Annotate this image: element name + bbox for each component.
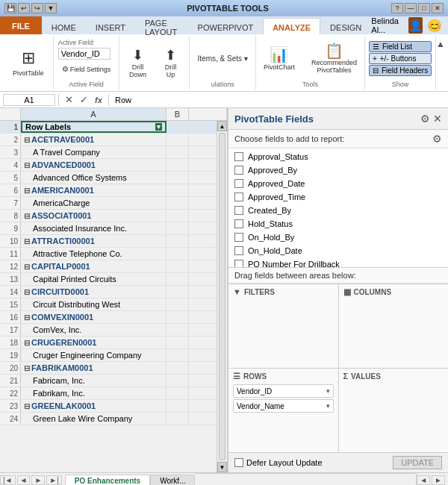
redo-button[interactable]: ↪ [31,3,43,13]
help-button[interactable]: ? [391,3,403,13]
chip-dropdown-icon[interactable]: ▾ [326,387,330,395]
rows-area[interactable]: ☰ ROWS Vendor_ID ▾ Vendor_Name ▾ [228,369,338,452]
defer-layout-update[interactable]: Defer Layout Update [234,458,323,467]
list-item[interactable]: Approved_Time [228,190,448,204]
table-row[interactable]: 5 Advanced Office Systems [0,172,217,184]
filter-dropdown-icon[interactable]: ▾ [155,123,162,131]
table-row[interactable]: 6 ⊟AMERICAN0001 [0,184,217,197]
table-row[interactable]: 14 ⊟CIRCUITD0001 [0,286,217,298]
tab-page-layout[interactable]: PAGE LAYOUT [135,18,188,34]
values-area[interactable]: Σ VALUES [339,369,449,452]
list-item[interactable]: PO Number For Drillback [228,257,448,268]
table-row[interactable]: 11 Attractive Telephone Co. [0,248,217,260]
table-row[interactable]: 21 Fabricam, Inc. [0,375,217,387]
table-row[interactable]: 23 ⊟GREENLAK0001 [0,400,217,413]
table-row[interactable]: 9 Associated Insurance Inc. [0,222,217,235]
rows-chip-vendor-id[interactable]: Vendor_ID ▾ [233,384,334,398]
col-header-b[interactable]: B [167,108,189,120]
scroll-up-button[interactable]: ▲ [217,121,227,131]
sheet-nav-first[interactable]: |◄ [0,475,16,485]
expand-icon[interactable]: ⊟ [24,136,30,144]
list-item[interactable]: Approved_By [228,163,448,177]
items-sets-button[interactable]: Items, & Sets ▾ [194,52,252,65]
list-item[interactable]: On_Hold_Date [228,244,448,257]
table-row[interactable]: 3 A Travel Company [0,146,217,159]
expand-icon[interactable]: ⊟ [24,402,30,410]
table-row[interactable]: 1 Row Labels ▾ [0,121,217,134]
tab-file[interactable]: FILE [0,16,42,34]
list-item[interactable]: On_Hold_By [228,231,448,244]
sheet-tab-po-enhancements[interactable]: PO Enhancements [65,475,150,486]
table-row[interactable]: 12 ⊟CAPITALP0001 [0,260,217,273]
vertical-scrollbar[interactable]: ▲ ▼ [217,121,227,472]
field-checkbox[interactable] [234,219,243,228]
tab-insert[interactable]: INSERT [86,18,135,34]
field-headers-button[interactable]: ⊟ Field Headers [369,65,432,76]
table-row[interactable]: 10 ⊟ATTRACTI00001 [0,235,217,248]
tab-design[interactable]: DESIGN [320,18,371,34]
pivot-table-button[interactable]: ⊞ PivotTable [7,43,49,82]
table-row[interactable]: 2 ⊟ACETRAVE0001 [0,134,217,146]
table-row[interactable]: 17 ComVex, Inc. [0,324,217,337]
sheet-scroll-left[interactable]: ◄ [417,475,430,485]
table-row[interactable]: 20 ⊟FABRIKAM0001 [0,362,217,375]
field-list-button[interactable]: ☰ Field List [369,41,432,52]
scroll-thumb[interactable] [219,133,225,460]
filters-area[interactable]: ▼ FILTERS [228,284,338,368]
pivot-settings-icon[interactable]: ⚙ [420,113,430,125]
table-row[interactable]: 4 ⊟ADVANCED0001 [0,159,217,172]
field-checkbox[interactable] [234,193,243,201]
expand-icon[interactable]: ⊟ [24,288,30,296]
tab-analyze[interactable]: ANALYZE [263,18,320,34]
columns-area[interactable]: ▦ COLUMNS [339,284,449,368]
rows-chip-vendor-name[interactable]: Vendor_Name ▾ [233,399,334,413]
formula-input[interactable] [112,95,445,105]
insert-function-icon[interactable]: fx [92,93,105,107]
confirm-formula-icon[interactable]: ✓ [77,93,90,107]
ribbon-collapse-button[interactable]: ▲ [436,39,445,49]
list-item[interactable]: Approved_Date [228,177,448,190]
field-checkbox[interactable] [234,206,243,215]
table-row[interactable]: 18 ⊟CRUGEREN0001 [0,337,217,349]
table-row[interactable]: 7 AmericaCharge [0,197,217,210]
table-row[interactable]: 8 ⊟ASSOCIAT0001 [0,210,217,222]
list-item[interactable]: Hold_Status [228,217,448,231]
minimize-button[interactable]: — [405,3,417,13]
col-header-a[interactable]: A [21,108,167,120]
scroll-down-button[interactable]: ▼ [217,462,227,472]
defer-checkbox-input[interactable] [234,458,243,467]
sheet-nav-last[interactable]: ►| [46,475,62,485]
table-row[interactable]: 16 ⊟COMVEXIN0001 [0,311,217,324]
expand-icon[interactable]: ⊟ [24,313,30,322]
undo-button[interactable]: ↩ [18,3,30,13]
recommended-pivot-button[interactable]: 📋 RecommendedPivotTables [306,39,362,78]
pivot-close-icon[interactable]: ✕ [433,113,442,125]
expand-icon[interactable]: ⊟ [24,237,30,245]
expand-icon[interactable]: ⊟ [24,339,30,347]
expand-icon[interactable]: ⊟ [24,263,30,271]
expand-icon[interactable]: ⊟ [24,212,30,220]
cancel-formula-icon[interactable]: ✕ [62,93,75,107]
sheet-nav-prev[interactable]: ◄ [17,475,31,485]
sheet-tab-workf[interactable]: Workf... [150,475,195,486]
expand-icon[interactable]: ⊟ [24,364,30,372]
sheet-nav-next[interactable]: ► [31,475,45,485]
chip-dropdown-icon[interactable]: ▾ [326,402,330,410]
tab-home[interactable]: HOME [42,18,86,34]
active-field-input[interactable] [58,48,111,60]
update-button[interactable]: UPDATE [393,456,442,469]
save-button[interactable]: 💾 [4,3,16,13]
field-list-settings-icon[interactable]: ⚙ [432,133,442,145]
drill-down-button[interactable]: ⬇ DrillDown [122,43,152,82]
field-checkbox[interactable] [234,233,243,242]
sheet-scroll-right[interactable]: ► [432,475,445,485]
field-settings-button[interactable]: ⚙ Field Settings [58,63,115,75]
table-row[interactable]: 13 Capital Printed Circuits [0,273,217,286]
maximize-button[interactable]: □ [418,3,430,13]
field-checkbox[interactable] [234,152,243,161]
table-row[interactable]: 15 Circuit Distributing West [0,298,217,311]
tab-powerpivot[interactable]: POWERPIVOT [188,18,264,34]
expand-icon[interactable]: ⊟ [24,187,30,195]
expand-icon[interactable]: ⊟ [24,161,30,169]
field-checkbox[interactable] [234,260,243,268]
